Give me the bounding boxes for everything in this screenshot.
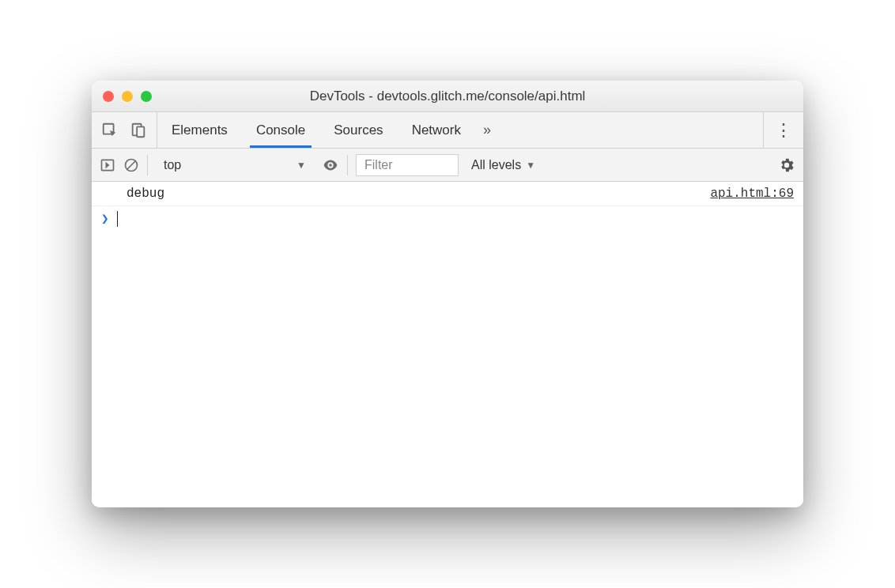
toggle-sidebar-icon[interactable] (100, 157, 115, 173)
console-output: debug api.html:69 ❯ (92, 182, 803, 507)
window-titlebar: DevTools - devtools.glitch.me/console/ap… (92, 81, 803, 112)
log-row: debug api.html:69 (92, 182, 803, 206)
toolbar-divider (347, 155, 348, 175)
chevron-down-icon: ▼ (526, 160, 535, 171)
minimize-window-button[interactable] (122, 91, 133, 102)
chevron-double-right-icon: » (483, 122, 491, 138)
inspect-element-icon[interactable] (101, 122, 119, 139)
window-title: DevTools - devtools.glitch.me/console/ap… (92, 89, 803, 104)
console-toolbar: top ▼ All levels ▼ (92, 149, 803, 182)
tab-network[interactable]: Network (398, 112, 475, 148)
svg-line-5 (127, 161, 135, 169)
panel-tabs: Elements Console Sources Network » (157, 112, 763, 148)
svg-rect-2 (137, 126, 144, 137)
tab-label: Console (256, 122, 305, 138)
tabs-right-controls: ⋮ (763, 112, 803, 148)
prompt-chevron-icon: ❯ (101, 211, 109, 227)
svg-point-6 (329, 164, 332, 167)
log-levels-selector[interactable]: All levels ▼ (466, 158, 540, 172)
chevron-down-icon: ▼ (296, 160, 306, 171)
settings-gear-icon[interactable] (778, 156, 795, 174)
filter-input[interactable] (356, 154, 459, 176)
live-expression-icon[interactable] (322, 156, 339, 174)
clear-console-icon[interactable] (123, 157, 139, 173)
tabs-overflow[interactable]: » (475, 112, 499, 148)
tab-label: Elements (172, 122, 228, 138)
toolbar-divider (147, 155, 148, 175)
console-prompt-row[interactable]: ❯ (92, 206, 803, 232)
traffic-lights (92, 91, 152, 102)
devtools-window: DevTools - devtools.glitch.me/console/ap… (92, 81, 803, 507)
context-selector-value: top (164, 158, 181, 172)
log-levels-label: All levels (471, 158, 521, 172)
tabs-left-controls (92, 112, 157, 148)
log-source-link[interactable]: api.html:69 (710, 187, 794, 201)
tab-label: Network (412, 122, 461, 138)
device-toggle-icon[interactable] (130, 122, 147, 139)
kebab-menu-icon[interactable]: ⋮ (775, 120, 792, 141)
context-selector[interactable]: top ▼ (156, 155, 314, 175)
close-window-button[interactable] (103, 91, 114, 102)
log-message: debug (127, 187, 164, 201)
tab-sources[interactable]: Sources (319, 112, 397, 148)
tab-elements[interactable]: Elements (157, 112, 242, 148)
text-cursor (117, 211, 118, 227)
tab-label: Sources (334, 122, 383, 138)
tabs-bar: Elements Console Sources Network » ⋮ (92, 112, 803, 149)
tab-console[interactable]: Console (242, 112, 319, 148)
maximize-window-button[interactable] (141, 91, 152, 102)
